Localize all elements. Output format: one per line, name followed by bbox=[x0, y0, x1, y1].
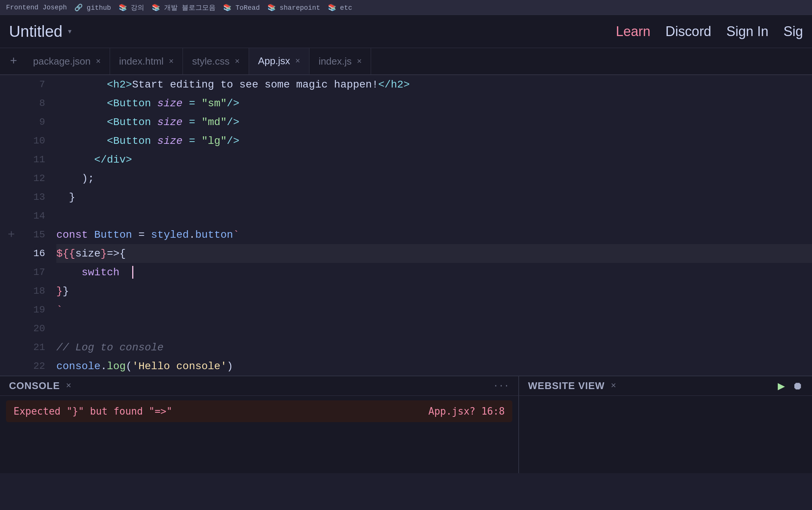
tab-close-app-jsx[interactable]: × bbox=[295, 56, 300, 66]
line-18: 18 bbox=[23, 282, 53, 300]
line-20: 20 bbox=[23, 319, 53, 338]
line-17: 17 bbox=[23, 263, 53, 282]
line-15: 15 bbox=[23, 225, 53, 244]
top-nav-right: Learn Discord Sign In Sig bbox=[616, 24, 803, 39]
line-add-16 bbox=[0, 357, 23, 376]
code-line-8: <Button size = "sm"/> bbox=[56, 94, 812, 113]
code-content[interactable]: <h2>Start editing to see some magic happ… bbox=[53, 75, 812, 376]
website-panel-header: WEBSITE VIEW × ▶ ⏺ bbox=[519, 376, 812, 396]
tab-close-index-html[interactable]: × bbox=[169, 56, 174, 66]
console-close-button[interactable]: × bbox=[66, 381, 71, 391]
code-line-14 bbox=[56, 207, 812, 225]
tab-add-button[interactable]: + bbox=[3, 48, 24, 74]
line-add-5 bbox=[0, 150, 23, 169]
browser-bar: Frontend Joseph 🔗 github 📚 강의 📚 개발 블로그모음… bbox=[0, 0, 812, 15]
website-controls: ▶ ⏺ bbox=[778, 379, 803, 394]
console-panel-title: CONSOLE bbox=[9, 380, 60, 392]
code-line-16: ${{size}=>{ bbox=[56, 244, 812, 263]
line-add-6 bbox=[0, 169, 23, 188]
cursor bbox=[132, 266, 133, 279]
app-title[interactable]: Untitled bbox=[9, 23, 62, 41]
line-22: 22 bbox=[23, 357, 53, 376]
browser-item-1: 🔗 github bbox=[74, 3, 111, 12]
line-7: 7 bbox=[23, 75, 53, 94]
line-add-8 bbox=[0, 207, 23, 225]
website-record-button[interactable]: ⏺ bbox=[792, 380, 803, 392]
line-add-15 bbox=[0, 338, 23, 357]
console-panel-header: CONSOLE × ··· bbox=[0, 376, 518, 396]
tab-index-html[interactable]: index.html × bbox=[110, 48, 183, 74]
code-line-17: switch bbox=[56, 263, 812, 282]
website-play-button[interactable]: ▶ bbox=[778, 379, 785, 394]
console-dots-button[interactable]: ··· bbox=[493, 381, 509, 391]
line-add-2 bbox=[0, 94, 23, 113]
console-panel: CONSOLE × ··· Expected "}" but found "=>… bbox=[0, 376, 519, 473]
line-add-3 bbox=[0, 113, 23, 131]
code-line-13: } bbox=[56, 188, 812, 207]
line-19: 19 bbox=[23, 300, 53, 319]
browser-item-2: 📚 강의 bbox=[119, 3, 145, 12]
tab-close-style-css[interactable]: × bbox=[235, 56, 240, 66]
line-12: 12 bbox=[23, 169, 53, 188]
code-line-15: const Button = styled.button` bbox=[56, 225, 812, 244]
line-11: 11 bbox=[23, 150, 53, 169]
browser-item-5: 📚 sharepoint bbox=[267, 3, 320, 12]
browser-item-3: 📚 개발 블로그모음 bbox=[152, 3, 216, 12]
code-line-12: ); bbox=[56, 169, 812, 188]
console-error-location: App.jsx? 16:8 bbox=[429, 406, 505, 417]
line-16: 16 bbox=[23, 244, 53, 263]
tab-package-json[interactable]: package.json × bbox=[24, 48, 110, 74]
tab-style-css[interactable]: style.css × bbox=[183, 48, 249, 74]
browser-item-4: 📚 ToRead bbox=[223, 3, 260, 12]
code-line-20 bbox=[56, 319, 812, 338]
line-add-7 bbox=[0, 188, 23, 207]
code-line-19: ` bbox=[56, 300, 812, 319]
tabs-bar: + package.json × index.html × style.css … bbox=[0, 48, 812, 75]
tab-close-index-js[interactable]: × bbox=[357, 56, 362, 66]
editor-main: + 7 8 9 10 11 12 13 14 15 16 17 18 19 20… bbox=[0, 75, 812, 376]
code-line-21: // Log to console bbox=[56, 338, 812, 357]
bottom-panels: CONSOLE × ··· Expected "}" but found "=>… bbox=[0, 376, 812, 473]
console-error-row: Expected "}" but found "=>" App.jsx? 16:… bbox=[6, 400, 512, 422]
line-add-14 bbox=[0, 319, 23, 338]
line-add-13 bbox=[0, 300, 23, 319]
line-10: 10 bbox=[23, 131, 53, 150]
code-line-9: <Button size = "md"/> bbox=[56, 113, 812, 131]
nav-signin[interactable]: Sign In bbox=[726, 24, 768, 39]
code-line-22: console.log('Hello console') bbox=[56, 357, 812, 376]
website-panel: WEBSITE VIEW × ▶ ⏺ bbox=[519, 376, 812, 473]
line-numbers: 7 8 9 10 11 12 13 14 15 16 17 18 19 20 2… bbox=[23, 75, 53, 376]
line-add-12 bbox=[0, 282, 23, 300]
website-panel-title: WEBSITE VIEW bbox=[528, 380, 605, 392]
nav-sig[interactable]: Sig bbox=[783, 24, 803, 39]
website-close-button[interactable]: × bbox=[611, 381, 616, 391]
line-14: 14 bbox=[23, 207, 53, 225]
browser-item-6: 📚 etc bbox=[328, 3, 352, 12]
line-21: 21 bbox=[23, 338, 53, 357]
line-13: 13 bbox=[23, 188, 53, 207]
code-line-7: <h2>Start editing to see some magic happ… bbox=[56, 75, 812, 94]
code-line-11: </div> bbox=[56, 150, 812, 169]
code-line-10: <Button size = "lg"/> bbox=[56, 131, 812, 150]
line-add-1 bbox=[0, 75, 23, 94]
dropdown-icon[interactable]: ▾ bbox=[67, 26, 72, 37]
code-line-18: }} bbox=[56, 282, 812, 300]
top-nav-left: Untitled ▾ bbox=[9, 23, 72, 41]
line-add-10 bbox=[0, 244, 23, 263]
tab-app-jsx[interactable]: App.jsx × bbox=[249, 48, 309, 74]
nav-discord[interactable]: Discord bbox=[666, 24, 711, 39]
add-btn-gutter: + bbox=[0, 75, 23, 376]
tab-close-package-json[interactable]: × bbox=[96, 56, 101, 66]
line-add-gutter-9[interactable]: + bbox=[0, 225, 23, 244]
tab-index-js[interactable]: index.js × bbox=[309, 48, 371, 74]
browser-item-0: Frontend Joseph bbox=[6, 4, 67, 11]
line-8: 8 bbox=[23, 94, 53, 113]
console-error-message: Expected "}" but found "=>" bbox=[14, 406, 172, 417]
line-add-4 bbox=[0, 131, 23, 150]
website-header-left: WEBSITE VIEW × bbox=[528, 380, 616, 392]
line-add-11 bbox=[0, 263, 23, 282]
nav-learn[interactable]: Learn bbox=[616, 24, 651, 39]
line-9: 9 bbox=[23, 113, 53, 131]
top-nav: Untitled ▾ Learn Discord Sign In Sig bbox=[0, 15, 812, 48]
